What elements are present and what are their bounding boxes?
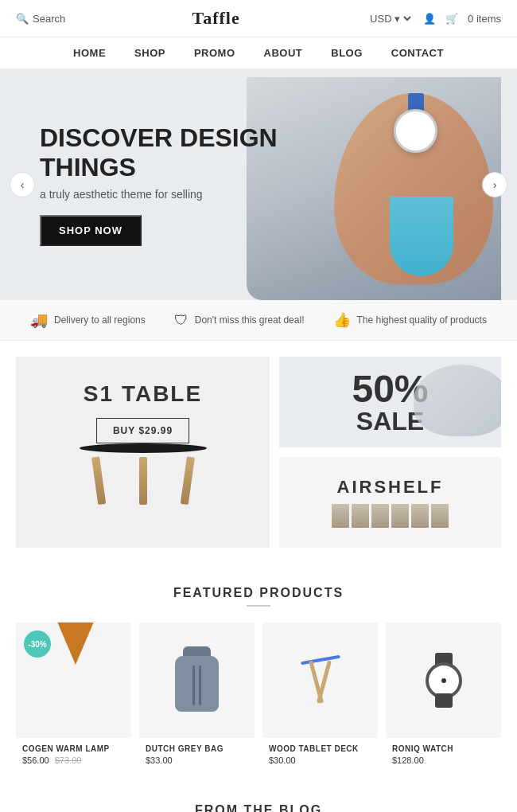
promo-table-buy-button[interactable]: BUY $29.99 [96,418,189,443]
hero-banner: DISCOVER DESIGN THINGS a truly aesthetic… [0,69,517,300]
hero-title: DISCOVER DESIGN THINGS [40,123,326,182]
cart-count: 0 items [468,13,501,25]
blog-section: FROM THE BLOG [0,787,517,812]
delivery-text: Delivery to all regions [54,314,146,326]
carousel-prev-button[interactable]: ‹ [10,172,35,197]
product-img-lamp: -30% [16,623,131,738]
sale-image-overlay [414,365,501,436]
hero-subtitle: a truly aesthetic theme for selling [40,188,326,201]
airshelf-name: AIRSHELF [337,477,444,498]
search-label: Search [33,13,65,25]
product-price-deck: $30.00 [269,755,371,765]
airshelf-illustration [332,504,449,528]
product-card-bag[interactable]: DUTCH GREY BAG $33.00 [139,623,255,771]
nav-promo[interactable]: PROMO [194,47,235,59]
featured-divider [247,605,270,607]
discount-badge-lamp: -30% [24,630,51,658]
product-img-deck [262,623,378,738]
table-illustration [72,443,215,523]
product-name-bag: DUTCH GREY BAG [146,744,248,753]
promo-table: S1 TABLE BUY $29.99 [16,357,270,548]
quality-text: The highest quality of products [357,314,487,326]
featured-title: FEATURED PRODUCTS [0,564,517,605]
price-lamp: $56.00 [22,755,49,765]
top-header: 🔍 Search Taffle USD ▾ EUR 👤 🛒 0 items [0,0,517,37]
search-area[interactable]: 🔍 Search [16,13,65,25]
currency-selector[interactable]: USD ▾ EUR [367,12,414,25]
nav-shop[interactable]: SHOP [134,47,165,59]
product-img-bag [139,623,255,738]
blog-title: FROM THE BLOG [0,787,517,812]
nav-contact[interactable]: CONTACT [391,47,444,59]
deck-illustration [294,646,346,714]
product-info-watch: RONIQ WATCH $128.00 [386,738,501,771]
product-card-deck[interactable]: WOOD TABLET DECK $30.00 [262,623,378,771]
feature-deal: 🛡 Don't miss this great deal! [174,312,305,329]
old-price-lamp: $73.00 [55,755,82,765]
lamp-illustration [50,645,98,716]
logo[interactable]: Taffle [192,8,240,29]
feature-delivery: 🚚 Delivery to all regions [30,311,146,329]
product-info-lamp: COGEN WARM LAMP $56.00 $73.00 [16,738,131,771]
product-card-lamp[interactable]: -30% COGEN WARM LAMP $56.00 $73.00 [16,623,131,771]
product-name-lamp: COGEN WARM LAMP [22,744,125,753]
nav-about[interactable]: ABOUT [264,47,303,59]
watch-illustration [418,646,469,714]
price-bag: $33.00 [146,755,173,765]
account-icon[interactable]: 👤 [423,13,436,25]
promo-right: 50% SALE AIRSHELF [279,357,501,548]
promo-airshelf[interactable]: AIRSHELF [279,457,501,548]
product-name-watch: RONIQ WATCH [392,744,495,753]
feature-quality: 👍 The highest quality of products [333,311,487,329]
delivery-icon: 🚚 [30,311,48,329]
featured-section: FEATURED PRODUCTS -30% COGEN WARM LAMP $… [0,564,517,787]
deal-icon: 🛡 [174,312,189,329]
nav-home[interactable]: HOME [73,47,106,59]
product-info-deck: WOOD TABLET DECK $30.00 [262,738,378,771]
backpack-illustration [171,646,223,714]
nav-blog[interactable]: BLOG [331,47,363,59]
feature-bar: 🚚 Delivery to all regions 🛡 Don't miss t… [0,300,517,341]
promo-grid: S1 TABLE BUY $29.99 50% SALE AIRSHELF [0,341,517,564]
deal-text: Don't miss this great deal! [195,314,305,326]
product-price-lamp: $56.00 $73.00 [22,755,125,765]
price-deck: $30.00 [269,755,296,765]
cart-icon[interactable]: 🛒 [445,13,458,25]
promo-table-name: S1 TABLE [84,381,202,407]
carousel-next-button[interactable]: › [482,172,507,197]
product-img-watch [386,623,501,738]
products-grid: -30% COGEN WARM LAMP $56.00 $73.00 [0,623,517,787]
main-nav: HOME SHOP PROMO ABOUT BLOG CONTACT [0,37,517,69]
product-name-deck: WOOD TABLET DECK [269,744,371,753]
product-price-watch: $128.00 [392,755,495,765]
product-price-bag: $33.00 [146,755,248,765]
quality-icon: 👍 [333,311,351,329]
price-watch: $128.00 [392,755,424,765]
product-info-bag: DUTCH GREY BAG $33.00 [139,738,255,771]
search-icon: 🔍 [16,13,29,25]
promo-sale[interactable]: 50% SALE [279,357,501,447]
product-card-watch[interactable]: RONIQ WATCH $128.00 [386,623,501,771]
shop-now-button[interactable]: SHOP NOW [40,215,142,246]
header-actions: USD ▾ EUR 👤 🛒 0 items [367,12,501,25]
